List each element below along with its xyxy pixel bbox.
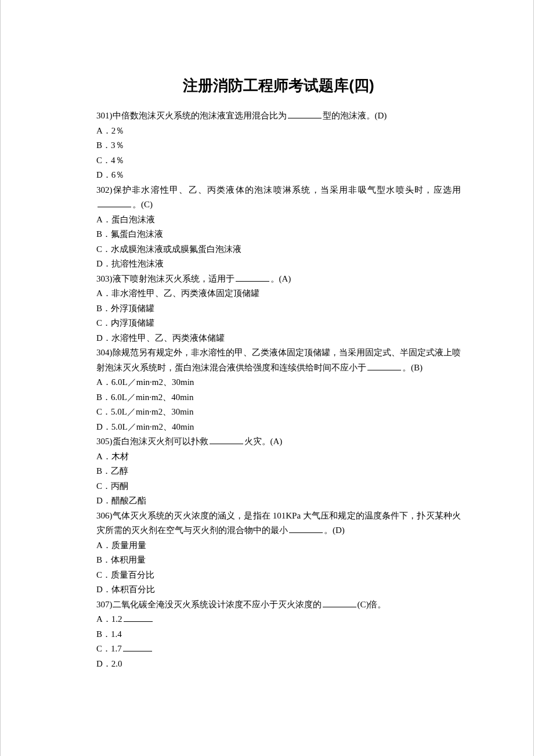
question-stem: 304)除规范另有规定外，非水溶性的甲、乙类液体固定顶储罐，当采用固定式、半固定… — [96, 345, 461, 375]
fill-blank — [367, 362, 401, 370]
question-option: A．2％ — [96, 124, 461, 139]
option-text: D．醋酸乙酯 — [96, 496, 146, 505]
question-option: A．非水溶性甲、乙、丙类液体固定顶储罐 — [96, 286, 461, 301]
question-number: 303) — [96, 274, 113, 283]
option-text: C．4％ — [96, 156, 124, 165]
option-text: A．1.2 — [96, 614, 122, 624]
question-stem: 302)保护非水溶性甲、乙、丙类液体的泡沫喷淋系统，当采用非吸气型水喷头时，应选… — [96, 183, 461, 213]
option-text: B．乙醇 — [96, 466, 128, 476]
option-text: A．质量用量 — [96, 541, 146, 550]
question-number: 306) — [96, 511, 113, 520]
option-text: B．氟蛋白泡沫液 — [96, 229, 163, 239]
question-option: D．水溶性甲、乙、丙类液体储罐 — [96, 331, 461, 346]
question-text-pre: 中倍数泡沫灭火系统的泡沫液宜选用混合比为 — [113, 111, 287, 120]
question-option: B．乙醇 — [96, 464, 461, 479]
fill-blank — [323, 599, 356, 607]
option-text: D．体积百分比 — [96, 585, 155, 594]
question-stem: 306)气体灭火系统的灭火浓度的涵义，是指在 101KPa 大气压和规定的温度条… — [96, 509, 461, 538]
option-text: B．1.4 — [96, 629, 122, 639]
question-number: 304) — [96, 348, 113, 357]
question-number: 307) — [96, 600, 113, 609]
option-text: D．6％ — [96, 170, 124, 179]
question-option: C．5.0L／min·m2、30min — [96, 405, 461, 420]
option-text: C．丙酮 — [96, 481, 128, 491]
fill-blank — [210, 436, 243, 445]
option-text: C．5.0L／min·m2、30min — [96, 407, 194, 416]
question-option: D．体积百分比 — [96, 582, 461, 597]
question-option: B．体积用量 — [96, 553, 461, 568]
option-text: A．2％ — [96, 126, 124, 135]
document-title: 注册消防工程师考试题库(四) — [96, 75, 461, 96]
question-text-post: 。(A) — [270, 274, 291, 283]
question-stem: 307)二氧化碳全淹没灭火系统设计浓度不应小于灭火浓度的(C)倍。 — [96, 597, 461, 613]
option-text: C．水成膜泡沫液或成膜氟蛋白泡沫液 — [96, 244, 241, 254]
question-option: A．6.0L／min·m2、30min — [96, 375, 461, 390]
document-body: 301)中倍数泡沫灭火系统的泡沫液宜选用混合比为型的泡沫液。(D)A．2％B．3… — [96, 109, 461, 671]
question-text-post: (C)倍。 — [358, 600, 387, 609]
question-stem: 301)中倍数泡沫灭火系统的泡沫液宜选用混合比为型的泡沫液。(D) — [96, 109, 461, 124]
question-option: C．4％ — [96, 153, 461, 168]
question-text-pre: 气体灭火系统的灭火浓度的涵义，是指在 101KPa 大气压和规定的温度条件下，扑… — [96, 511, 461, 535]
question-option: B．外浮顶储罐 — [96, 301, 461, 316]
question-option: B．6.0L／min·m2、40min — [96, 390, 461, 405]
option-text: A．木材 — [96, 452, 129, 461]
question-number: 305) — [96, 437, 113, 446]
option-text: B．3％ — [96, 141, 124, 150]
question-number: 301) — [96, 111, 113, 120]
question-stem: 303)液下喷射泡沫灭火系统，适用于。(A) — [96, 272, 461, 287]
question-option: D．抗溶性泡沫液 — [96, 257, 461, 272]
question-stem: 305)蛋白泡沫灭火剂可以扑救火灾。(A) — [96, 434, 461, 449]
question-option: A．蛋白泡沫液 — [96, 213, 461, 228]
option-text: D．水溶性甲、乙、丙类液体储罐 — [96, 333, 225, 343]
question-number: 302) — [96, 185, 113, 195]
document-page: 注册消防工程师考试题库(四) 301)中倍数泡沫灭火系统的泡沫液宜选用混合比为型… — [0, 0, 534, 756]
question-option: A．木材 — [96, 449, 461, 465]
option-text: D．抗溶性泡沫液 — [96, 259, 164, 268]
question-text-pre: 蛋白泡沫灭火剂可以扑救 — [113, 437, 208, 446]
option-text: C．质量百分比 — [96, 570, 154, 579]
question-option: C．1.7 — [96, 642, 461, 657]
question-option: C．丙酮 — [96, 479, 461, 494]
option-text: B．外浮顶储罐 — [96, 304, 154, 313]
question-option: C．水成膜泡沫液或成膜氟蛋白泡沫液 — [96, 242, 461, 257]
question-text-pre: 液下喷射泡沫灭火系统，适用于 — [113, 274, 234, 283]
question-option: B．氟蛋白泡沫液 — [96, 227, 461, 242]
option-text: A．6.0L／min·m2、30min — [96, 377, 194, 387]
option-text: D．5.0L／min·m2、40min — [96, 422, 194, 431]
question-option: D．5.0L／min·m2、40min — [96, 420, 461, 435]
fill-blank — [124, 614, 153, 622]
fill-blank — [289, 525, 323, 534]
option-text: A．非水溶性甲、乙、丙类液体固定顶储罐 — [96, 289, 259, 298]
option-text: B．6.0L／min·m2、40min — [96, 393, 194, 402]
question-option: D．2.0 — [96, 657, 461, 672]
question-text-post: 。(B) — [402, 363, 423, 372]
option-text: A．蛋白泡沫液 — [96, 215, 155, 224]
question-text-pre: 二氧化碳全淹没灭火系统设计浓度不应小于灭火浓度的 — [113, 600, 322, 609]
option-text: B．体积用量 — [96, 555, 146, 564]
fill-blank — [288, 110, 322, 119]
question-text-post: 。(C) — [132, 200, 153, 209]
question-option: D．6％ — [96, 168, 461, 183]
question-option: B．1.4 — [96, 627, 461, 642]
question-option: D．醋酸乙酯 — [96, 494, 461, 509]
question-text-post: 。(D) — [324, 525, 345, 535]
question-option: B．3％ — [96, 138, 461, 153]
option-text: C．内浮顶储罐 — [96, 318, 154, 327]
fill-blank — [98, 199, 131, 208]
question-option: A．质量用量 — [96, 538, 461, 553]
fill-blank — [123, 643, 152, 652]
option-text: C．1.7 — [96, 644, 122, 653]
question-text-pre: 保护非水溶性甲、乙、丙类液体的泡沫喷淋系统，当采用非吸气型水喷头时，应选用 — [113, 185, 461, 195]
question-option: C．内浮顶储罐 — [96, 316, 461, 331]
option-text: D．2.0 — [96, 659, 122, 668]
fill-blank — [236, 273, 269, 282]
question-option: C．质量百分比 — [96, 568, 461, 583]
question-text-post: 型的泡沫液。(D) — [323, 111, 387, 120]
question-text-post: 火灾。(A) — [244, 437, 283, 446]
question-option: A．1.2 — [96, 612, 461, 627]
